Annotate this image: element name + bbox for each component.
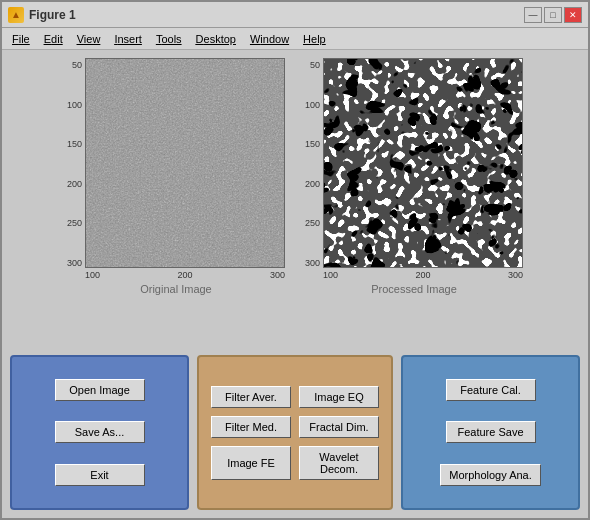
filter-med-button[interactable]: Filter Med. [211,416,291,438]
svg-rect-4 [324,59,523,268]
feature-cal-button[interactable]: Feature Cal. [446,379,536,401]
main-content: 50 100 150 200 250 300 [2,50,588,518]
middle-panel-inner: Filter Aver. Image EQ Filter Med. Fracta… [207,386,383,480]
save-as-button[interactable]: Save As... [55,421,145,443]
morphology-ana-button[interactable]: Morphology Ana. [440,464,541,486]
image-eq-button[interactable]: Image EQ [299,386,379,408]
processed-axes: 50 100 150 200 250 300 [305,58,523,280]
menu-help[interactable]: Help [297,31,332,47]
app-icon: ▲ [8,7,24,23]
menu-window[interactable]: Window [244,31,295,47]
original-y-axis: 50 100 150 200 250 300 [67,58,85,268]
window-title: Figure 1 [29,8,76,22]
menu-desktop[interactable]: Desktop [190,31,242,47]
menu-insert[interactable]: Insert [108,31,148,47]
main-window: ▲ Figure 1 — □ ✕ File Edit View Insert T… [0,0,590,520]
original-image-canvas [85,58,285,268]
processed-plot-area: 100 200 300 [323,58,523,280]
maximize-button[interactable]: □ [544,7,562,23]
processed-image-label: Processed Image [371,283,457,295]
title-buttons: — □ ✕ [524,7,582,23]
wavelet-decom-button[interactable]: Wavelet Decom. [299,446,379,480]
plots-area: 50 100 150 200 250 300 [10,58,580,347]
menu-view[interactable]: View [71,31,107,47]
feature-save-button[interactable]: Feature Save [446,421,536,443]
middle-panel: Filter Aver. Image EQ Filter Med. Fracta… [197,355,393,510]
original-axes: 50 100 150 200 250 300 [67,58,285,280]
processed-x-axis: 100 200 300 [323,268,523,280]
original-x-axis: 100 200 300 [85,268,285,280]
processed-image-canvas [323,58,523,268]
processed-image-svg [324,59,523,268]
title-bar-left: ▲ Figure 1 [8,7,76,23]
original-plot-area: 100 200 300 [85,58,285,280]
close-button[interactable]: ✕ [564,7,582,23]
svg-rect-1 [86,59,285,268]
menu-tools[interactable]: Tools [150,31,188,47]
original-image-label: Original Image [140,283,212,295]
filter-aver-button[interactable]: Filter Aver. [211,386,291,408]
menubar: File Edit View Insert Tools Desktop Wind… [2,28,588,50]
menu-file[interactable]: File [6,31,36,47]
left-panel: Open Image Save As... Exit [10,355,189,510]
minimize-button[interactable]: — [524,7,542,23]
exit-button[interactable]: Exit [55,464,145,486]
title-bar: ▲ Figure 1 — □ ✕ [2,2,588,28]
menu-edit[interactable]: Edit [38,31,69,47]
fractal-dim-button[interactable]: Fractal Dim. [299,416,379,438]
right-panel: Feature Cal. Feature Save Morphology Ana… [401,355,580,510]
image-fe-button[interactable]: Image FE [211,446,291,480]
processed-image-plot: 50 100 150 200 250 300 [305,58,523,347]
buttons-area: Open Image Save As... Exit Filter Aver. … [10,355,580,510]
open-image-button[interactable]: Open Image [55,379,145,401]
original-image-svg [86,59,285,268]
processed-y-axis: 50 100 150 200 250 300 [305,58,323,268]
original-image-plot: 50 100 150 200 250 300 [67,58,285,347]
